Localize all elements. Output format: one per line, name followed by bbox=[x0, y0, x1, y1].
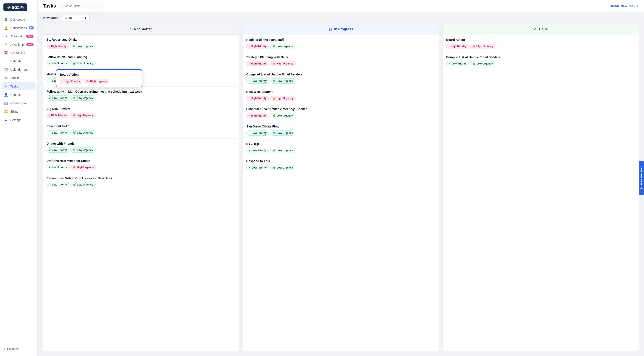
sidebar-item-emails[interactable]: ✉ Emails bbox=[2, 74, 36, 82]
view-mode-select[interactable]: Status ▾ bbox=[62, 15, 90, 21]
priority-icon: ↑ bbox=[248, 114, 250, 117]
task-card[interactable]: Reconfigure Notion Org Access for New Hi… bbox=[43, 173, 239, 190]
sidebar-item-notifications[interactable]: 🔔 Notifications 50 bbox=[2, 24, 36, 32]
urgency-tag: 🌿 Low Urgency bbox=[270, 165, 295, 170]
priority-icon: ↑ bbox=[49, 114, 50, 117]
sidebar-item-ai-assist[interactable]: ✦ AI Assist Beta bbox=[2, 32, 36, 40]
floating-card[interactable]: Board Action ↑ High Priority 🔥 High Urge… bbox=[56, 69, 142, 87]
priority-label: Low Priority bbox=[52, 97, 67, 100]
sidebar-item-billing[interactable]: 💳 Billing bbox=[2, 108, 36, 115]
task-title: Reconfigure Notion Org Access for New Hi… bbox=[46, 176, 236, 180]
task-title: Draft the New Memo for Susan bbox=[46, 159, 236, 163]
priority-icon: ↑ bbox=[248, 45, 250, 48]
badge-ai-assist: Beta bbox=[26, 35, 34, 38]
task-card[interactable]: Scheduled Event "Nicole Meeting" Booked!… bbox=[243, 104, 439, 122]
task-tags: ✓ Low Priority 🌿 Low Urgency bbox=[46, 61, 236, 66]
task-card[interactable]: Compile List of Unique Email Senders ✓ L… bbox=[443, 52, 638, 69]
priority-label: High Priority bbox=[51, 45, 67, 48]
task-tags: ✓ Low Priority 🌿 Low Urgency bbox=[246, 78, 435, 84]
urgency-tag: 🔥 High Urgency bbox=[70, 113, 96, 118]
column-header-done: ✓Done bbox=[442, 24, 639, 35]
task-card[interactable]: Next Week Summit ↑ High Priority 🔥 High … bbox=[243, 87, 439, 104]
scheduling-icon: 📅 bbox=[4, 51, 8, 55]
urgency-icon: 🌿 bbox=[272, 114, 276, 117]
sidebar-nav: ⊞ Dashboard 🔔 Notifications 50 ✦ AI Assi… bbox=[0, 15, 38, 344]
task-card[interactable]: Register all the event staff ↑ High Prio… bbox=[243, 35, 439, 52]
priority-label: Low Priority bbox=[52, 166, 67, 169]
priority-label: Low Priority bbox=[52, 131, 67, 134]
task-card[interactable]: Respond to This ✓ Low Priority 🌿 Low Urg… bbox=[243, 156, 439, 173]
sidebar-label-emails: Emails bbox=[10, 76, 19, 80]
task-title: Follow up on Team Planning bbox=[46, 55, 236, 59]
task-card[interactable]: Master Systems ✓ Low Priority 🌿 Low Urge… bbox=[43, 69, 239, 87]
task-tags: ✓ Low Priority 🌿 Low Urgency bbox=[446, 61, 635, 66]
priority-icon: ✓ bbox=[448, 62, 450, 65]
sidebar-item-tasks[interactable]: ✓ Tasks bbox=[2, 82, 36, 90]
task-title: Compiled List of Unique Email Senders bbox=[246, 72, 435, 77]
page-title: Tasks bbox=[43, 3, 56, 9]
urgency-tag: 🔥 High Urgency bbox=[270, 61, 296, 66]
floating-card-tags: ↑ High Priority 🔥 High Urgency bbox=[60, 79, 138, 84]
sidebar-item-settings[interactable]: ⚙ Settings bbox=[2, 116, 36, 124]
task-tags: ✓ Low Priority 🌿 Low Urgency bbox=[246, 148, 435, 153]
task-card[interactable]: Big Deal Review ↑ High Priority 🔥 High U… bbox=[43, 104, 239, 121]
create-task-button[interactable]: Create New Task + bbox=[610, 4, 639, 8]
urgency-icon: 🌿 bbox=[73, 149, 76, 152]
priority-icon: ↑ bbox=[49, 45, 50, 47]
task-card[interactable]: Draft the New Memo for Susan ✓ Low Prior… bbox=[43, 156, 239, 173]
share-feedback-label: Share Feedback bbox=[640, 166, 643, 186]
task-card[interactable]: Compiled List of Unique Email Senders ✓ … bbox=[243, 69, 439, 87]
sidebar-item-calendar-log[interactable]: 📋 Calendar Log bbox=[2, 66, 36, 73]
priority-icon: ✓ bbox=[248, 149, 250, 152]
priority-tag: ↑ High Priority bbox=[46, 44, 69, 49]
sidebar-item-organization[interactable]: 🏢 Organization bbox=[2, 99, 36, 107]
task-title: Follow up with Matt Oden regarding meeti… bbox=[46, 90, 236, 94]
sidebar-item-calendar[interactable]: 🗓 Calendar bbox=[2, 57, 36, 65]
task-card[interactable]: 1-1 Robert and Olivia ↑ High Priority 🌿 … bbox=[43, 35, 239, 52]
sidebar-item-contacts[interactable]: 👤 Contacts bbox=[2, 91, 36, 99]
search-input[interactable] bbox=[60, 2, 103, 9]
task-tags: ✓ Low Priority 🌿 Low Urgency bbox=[46, 95, 236, 101]
task-card[interactable]: Dinner with Friends ✓ Low Priority 🌿 Low… bbox=[43, 139, 239, 156]
sidebar-item-ai-actions[interactable]: ⚡ AI Actions Beta bbox=[2, 41, 36, 49]
dashboard-icon: ⊞ bbox=[4, 17, 8, 21]
sidebar-label-dashboard: Dashboard bbox=[10, 18, 25, 21]
priority-label: High Priority bbox=[251, 97, 266, 100]
sidebar-label-settings: Settings bbox=[10, 118, 21, 122]
sidebar-item-scheduling[interactable]: 📅 Scheduling bbox=[2, 49, 36, 57]
task-tags: ↑ High Priority 🌿 Low Urgency bbox=[246, 44, 435, 49]
organization-icon: 🏢 bbox=[4, 101, 8, 105]
sidebar-item-dashboard[interactable]: ⊞ Dashboard bbox=[2, 15, 36, 23]
column-header-in-progress: ◎In Progress bbox=[242, 24, 439, 35]
task-tags: ↑ High Priority 🔥 High Urgency bbox=[246, 61, 435, 66]
contacts-icon: 👤 bbox=[4, 93, 8, 97]
priority-label: High Priority bbox=[451, 45, 466, 48]
urgency-icon: 🌿 bbox=[273, 149, 276, 152]
collapse-button[interactable]: ‹ Collapse bbox=[2, 345, 36, 353]
task-card[interactable]: Board Action ↑ High Priority 🔥 High Urge… bbox=[443, 35, 638, 52]
tasks-icon: ✓ bbox=[4, 84, 8, 88]
priority-tag: ✓ Low Priority bbox=[46, 95, 69, 101]
urgency-label: Low Urgency bbox=[277, 80, 293, 83]
urgency-tag: 🌿 Low Urgency bbox=[270, 78, 295, 84]
column-label-done: Done bbox=[539, 27, 548, 31]
task-card[interactable]: Follow up with Matt Oden regarding meeti… bbox=[43, 87, 239, 104]
column-body-done: Board Action ↑ High Priority 🔥 High Urge… bbox=[442, 35, 639, 351]
column-body-not-started: 1-1 Robert and Olivia ↑ High Priority 🌿 … bbox=[43, 35, 239, 351]
column-body-in-progress: Register all the event staff ↑ High Prio… bbox=[242, 35, 439, 351]
priority-label: Low Priority bbox=[252, 166, 266, 169]
task-board: ○Not Started 1-1 Robert and Olivia ↑ Hig… bbox=[38, 24, 644, 356]
task-title: Dinner with Friends bbox=[46, 142, 236, 146]
main-content: Tasks Create New Task + View Mode: Statu… bbox=[38, 0, 644, 356]
priority-icon: ↑ bbox=[248, 97, 250, 100]
share-feedback-button[interactable]: 💬 Share Feedback bbox=[638, 161, 644, 195]
urgency-tag: 🌿 Low Urgency bbox=[270, 131, 295, 136]
sidebar-label-ai-actions: AI Actions bbox=[10, 43, 24, 46]
task-card[interactable]: NYC Trip ✓ Low Priority 🌿 Low Urgency bbox=[243, 139, 439, 156]
sidebar: ⚡ EXECIFY ⊞ Dashboard 🔔 Notifications 50… bbox=[0, 0, 38, 356]
task-card[interactable]: Follow up on Team Planning ✓ Low Priorit… bbox=[43, 52, 239, 69]
task-card[interactable]: Reach out to AJ ✓ Low Priority 🌿 Low Urg… bbox=[43, 121, 239, 139]
collapse-label: Collapse bbox=[7, 347, 19, 351]
task-card[interactable]: Strategic Planning With Sally ↑ High Pri… bbox=[243, 52, 439, 70]
task-card[interactable]: San Diego Offsite Flow ✓ Low Priority 🌿 … bbox=[243, 122, 439, 139]
